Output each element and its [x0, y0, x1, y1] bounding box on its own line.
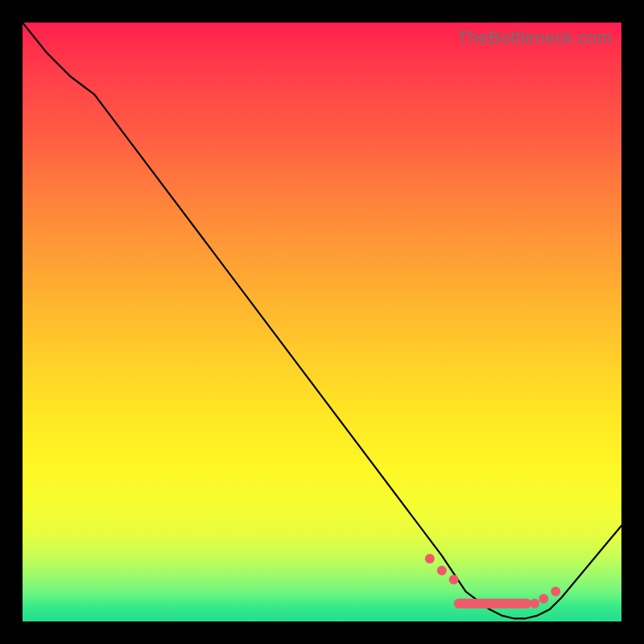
chart-frame: TheBottleneck.com [0, 0, 644, 644]
highlight-dot [449, 575, 459, 584]
highlight-dot [551, 587, 560, 597]
plot-area: TheBottleneck.com [23, 23, 621, 621]
highlight-dot [425, 554, 435, 564]
highlight-dot [539, 594, 548, 604]
bottleneck-curve [23, 23, 621, 618]
highlight-dot [530, 599, 539, 609]
curve-svg [23, 23, 621, 621]
valley-highlight [454, 599, 532, 609]
highlight-dot [437, 566, 447, 576]
